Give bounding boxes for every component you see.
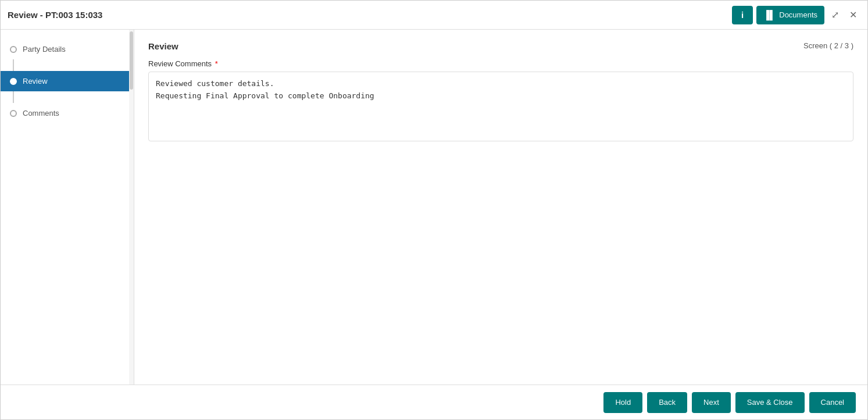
review-comments-textarea[interactable]: Reviewed customer details. Requesting Fi… xyxy=(148,72,853,141)
sidebar-scroll-thumb xyxy=(130,31,133,90)
step-connector-1 xyxy=(13,59,14,71)
sidebar-scrollbar[interactable] xyxy=(129,30,134,385)
main-body: Party Details Review Comments Screen ( 2… xyxy=(1,30,867,385)
sidebar: Party Details Review Comments xyxy=(1,30,134,385)
sidebar-label-review: Review xyxy=(23,77,48,86)
sidebar-label-comments: Comments xyxy=(23,109,59,118)
next-button[interactable]: Next xyxy=(692,392,731,413)
close-button[interactable]: ✕ xyxy=(846,8,860,22)
step-dot-review xyxy=(10,78,17,85)
info-icon: i xyxy=(741,10,744,20)
title-bar-left: Review - PT:003 15:033 xyxy=(8,10,102,20)
modal-container: Review - PT:003 15:033 i ▐▌ Documents ⤢ … xyxy=(0,0,868,420)
sidebar-item-comments[interactable]: Comments xyxy=(1,103,134,123)
step-dot-party-details xyxy=(10,46,17,53)
title-bar-right: i ▐▌ Documents ⤢ ✕ xyxy=(732,6,860,24)
content-area: Screen ( 2 / 3 ) Review Review Comments … xyxy=(134,30,867,385)
documents-button[interactable]: ▐▌ Documents xyxy=(756,6,824,24)
sidebar-label-party-details: Party Details xyxy=(23,45,66,54)
footer: Hold Back Next Save & Close Cancel xyxy=(1,385,867,419)
title-bar: Review - PT:003 15:033 i ▐▌ Documents ⤢ … xyxy=(1,1,867,30)
field-label-review-comments: Review Comments * xyxy=(148,59,853,68)
info-button[interactable]: i xyxy=(732,6,753,24)
save-close-button[interactable]: Save & Close xyxy=(735,392,805,413)
expand-icon: ⤢ xyxy=(831,10,839,20)
sidebar-item-party-details[interactable]: Party Details xyxy=(1,39,134,59)
sidebar-item-review[interactable]: Review xyxy=(1,71,134,91)
documents-bar-icon: ▐▌ xyxy=(763,10,776,20)
window-title: Review - PT:003 15:033 xyxy=(8,10,102,20)
cancel-button[interactable]: Cancel xyxy=(809,392,856,413)
back-button[interactable]: Back xyxy=(647,392,687,413)
required-star: * xyxy=(215,59,218,68)
step-dot-comments xyxy=(10,110,17,117)
hold-button[interactable]: Hold xyxy=(603,392,642,413)
expand-button[interactable]: ⤢ xyxy=(828,8,842,22)
step-connector-2 xyxy=(13,91,14,103)
section-title: Review xyxy=(148,41,853,51)
screen-indicator: Screen ( 2 / 3 ) xyxy=(803,41,853,50)
close-icon: ✕ xyxy=(849,10,857,20)
documents-label: Documents xyxy=(779,10,817,19)
